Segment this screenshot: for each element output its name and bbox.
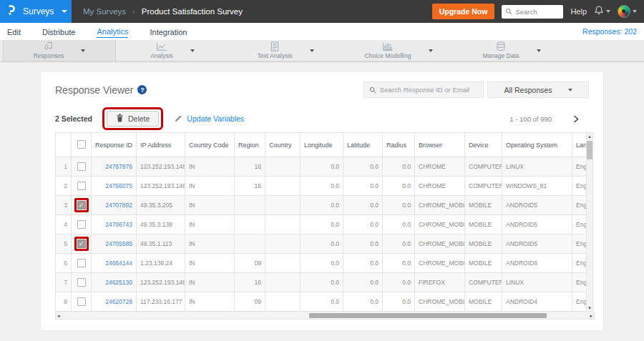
tab-distribute[interactable]: Distribute: [42, 26, 75, 38]
chevron-down-icon[interactable]: [537, 49, 541, 52]
response-id-link[interactable]: 24664144: [92, 254, 137, 273]
col-header-latitude[interactable]: Latitude: [343, 133, 383, 157]
help-link[interactable]: Help: [570, 7, 587, 16]
cell: IN: [185, 157, 235, 177]
cell: 0.0: [343, 157, 383, 177]
tab-analytics[interactable]: Analytics: [97, 25, 128, 38]
col-header-radius[interactable]: Radius: [383, 133, 415, 157]
breadcrumb-my-surveys[interactable]: My Surveys: [83, 7, 126, 16]
notifications-button[interactable]: [594, 5, 610, 18]
row-checkbox[interactable]: ✓: [77, 201, 86, 209]
chevron-down-icon: [62, 10, 67, 13]
response-id-link[interactable]: 24706743: [92, 215, 137, 234]
cell: ANDROID6: [502, 254, 572, 273]
cell: 0.0: [301, 273, 343, 292]
table-row: 42470674349.35.3.138IN0.00.00.0CHROME_MO…: [56, 215, 587, 234]
cell: CHROME: [415, 177, 465, 196]
chevron-down-icon: [568, 89, 572, 92]
toolbar-item-manage-data[interactable]: Manage Data: [455, 40, 568, 61]
row-checkbox[interactable]: [77, 162, 86, 171]
scroll-right-icon[interactable]: ▸: [588, 312, 594, 319]
update-variables-button[interactable]: Update Variables: [175, 114, 244, 124]
chevron-down-icon[interactable]: [190, 49, 195, 52]
chevron-down-icon[interactable]: [429, 49, 433, 52]
next-page-button[interactable]: [573, 115, 579, 123]
tab-integration[interactable]: Integration: [150, 26, 187, 38]
select-all-checkbox[interactable]: [77, 140, 86, 149]
cell: [265, 273, 301, 292]
response-id-link[interactable]: 24620728: [92, 292, 137, 312]
account-menu[interactable]: [618, 5, 637, 18]
toolbar-item-responses[interactable]: Responses: [3, 40, 116, 61]
delete-button[interactable]: Delete: [107, 111, 159, 127]
col-header-region[interactable]: Region: [235, 133, 265, 157]
vertical-scroll-thumb[interactable]: [587, 141, 592, 159]
scroll-left-icon[interactable]: ◂: [56, 312, 62, 319]
cell: LINUX: [502, 157, 572, 177]
row-checkbox[interactable]: [77, 278, 86, 287]
toolbar-item-text-analysis[interactable]: Text Analysis: [229, 40, 342, 61]
app-logo-menu[interactable]: Surveys: [0, 0, 72, 23]
toolbar-item-choice-modelling[interactable]: Choice Modelling: [342, 40, 455, 61]
responses-table: Response ID▲ IP Address Country Code Reg…: [55, 132, 587, 312]
col-header-longitude[interactable]: Longitude: [301, 133, 343, 157]
row-number: 1: [56, 157, 72, 177]
responses-filter-dropdown[interactable]: All Responses: [487, 81, 589, 98]
cell: IN: [185, 292, 235, 312]
checkbox-wrap: [77, 258, 87, 268]
response-search-input[interactable]: [380, 86, 473, 94]
response-id-link[interactable]: 24707892: [92, 196, 137, 215]
col-header-country-code[interactable]: Country Code: [185, 133, 235, 157]
cell: [235, 196, 265, 215]
tab-edit[interactable]: Edit: [7, 26, 21, 38]
cell: IN: [185, 234, 235, 254]
global-search[interactable]: [502, 5, 563, 19]
response-id-link[interactable]: 24766075: [92, 177, 137, 196]
cell: 0.0: [383, 215, 415, 234]
col-header-operating-system[interactable]: Operating System: [502, 133, 572, 157]
row-number: 2: [56, 177, 72, 196]
upgrade-now-button[interactable]: Upgrade Now: [432, 4, 495, 19]
col-header-browser[interactable]: Browser: [415, 133, 465, 157]
cell: 123.252.193.148: [137, 273, 185, 292]
checkbox-cell: [72, 254, 92, 273]
row-checkbox[interactable]: [77, 182, 86, 190]
cell: 0.0: [343, 215, 383, 234]
questionpro-logo-icon: [6, 4, 16, 19]
cell: 0.0: [343, 254, 383, 273]
breadcrumb: My Surveys › Product Satisfaction Survey: [83, 7, 243, 16]
toolbar-item-analysis[interactable]: Analysis: [116, 40, 229, 61]
row-checkbox[interactable]: [77, 259, 86, 267]
response-id-link[interactable]: 24705585: [92, 234, 137, 254]
row-checkbox[interactable]: [77, 297, 86, 306]
response-id-link[interactable]: 24767876: [92, 157, 137, 177]
scroll-down-icon[interactable]: ▾: [588, 305, 591, 311]
cell: CHROME_MOBILE: [415, 196, 465, 215]
cell: CHROME_MOBILE: [415, 292, 465, 312]
help-icon[interactable]: ?: [137, 85, 147, 94]
row-checkbox[interactable]: ✓: [77, 239, 86, 248]
response-search[interactable]: [364, 81, 484, 98]
horizontal-scroll-thumb[interactable]: [309, 313, 547, 318]
table-row: 224766075123.252.193.148IN160.00.00.0CHR…: [56, 177, 587, 196]
checkbox-cell: [72, 215, 92, 234]
col-header-country[interactable]: Country: [265, 133, 301, 157]
col-header-response-id[interactable]: Response ID▲: [92, 133, 137, 157]
chevron-down-icon[interactable]: [310, 49, 314, 52]
response-id-link[interactable]: 24625130: [92, 273, 137, 292]
toolbar-label: Choice Modelling: [364, 52, 411, 59]
col-header-language[interactable]: Lan: [572, 133, 587, 157]
vertical-scrollbar[interactable]: ▴ ▾: [587, 132, 593, 312]
col-header-ip-address[interactable]: IP Address: [137, 133, 185, 157]
horizontal-scroll-track[interactable]: [62, 312, 589, 319]
cell: FIREFOX: [415, 273, 465, 292]
responses-count-badge[interactable]: Responses: 202: [582, 27, 637, 36]
page-background: Response Viewer ? All Responses 2 Select…: [0, 61, 644, 330]
horizontal-scrollbar[interactable]: ◂ ▸: [55, 312, 595, 320]
global-search-input[interactable]: [515, 8, 558, 16]
col-header-device[interactable]: Device: [465, 133, 502, 157]
row-checkbox[interactable]: [77, 220, 86, 229]
scroll-up-icon[interactable]: ▴: [588, 133, 591, 139]
chevron-down-icon[interactable]: [81, 49, 85, 52]
row-number: 3: [56, 196, 72, 215]
